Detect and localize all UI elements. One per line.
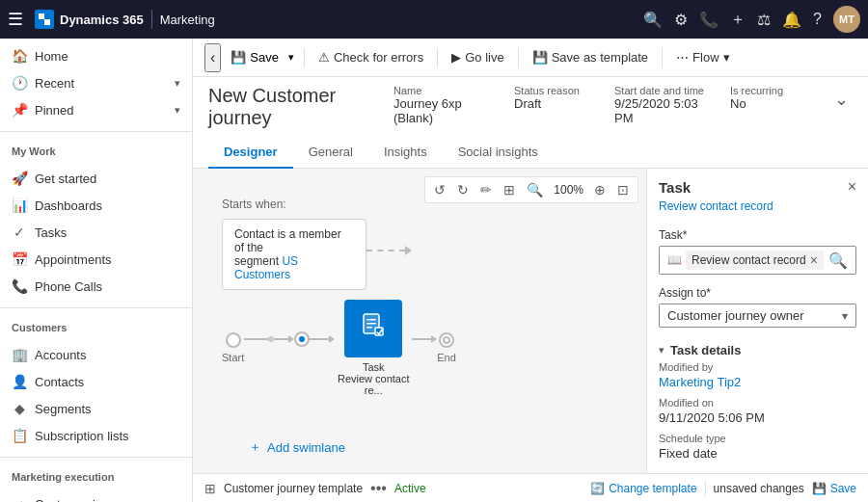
top-navbar: ☰ Dynamics 365 Marketing 🔍 ⚙ 📞 ＋ ⚖ 🔔 ? M… (0, 0, 868, 39)
sidebar-label-journeys: Customer journeys (35, 497, 180, 503)
app-name: Marketing (160, 13, 215, 27)
sidebar-item-getstarted[interactable]: 🚀 Get started (0, 165, 192, 192)
sidebar-item-subscription[interactable]: 📋 Subscription lists (0, 422, 192, 449)
modified-on-value: 9/11/2020 5:06 PM (659, 410, 856, 425)
tab-social-insights[interactable]: Social insights (443, 137, 554, 169)
back-button[interactable]: ‹ (204, 43, 221, 72)
check-errors-button[interactable]: ⚠ Check for errors (311, 46, 431, 68)
assign-select[interactable]: Customer journey owner ▾ (659, 304, 856, 328)
hamburger-icon[interactable]: ☰ (8, 9, 23, 30)
sidebar-item-accounts[interactable]: 🏢 Accounts (0, 341, 192, 368)
modified-on-label: Modified on (659, 397, 856, 409)
go-live-button[interactable]: ▶ Go live (444, 46, 511, 68)
sidebar-item-dashboards[interactable]: 📊 Dashboards (0, 192, 192, 219)
sidebar-item-home[interactable]: 🏠 Home (0, 42, 192, 69)
nav-divider (151, 10, 152, 29)
schedule-type-value: Fixed date (659, 446, 856, 461)
task-search-icon[interactable]: 🔍 (828, 251, 848, 270)
panel-review-link[interactable]: Review contact record (647, 199, 868, 221)
panel-body: Task* 📖 Review contact record × 🔍 (647, 221, 868, 335)
task-node-box[interactable] (344, 300, 402, 357)
avatar[interactable]: MT (833, 6, 860, 33)
phonecalls-icon: 📞 (12, 278, 27, 294)
accounts-icon: 🏢 (12, 347, 27, 362)
flow-button[interactable]: ⋯ Flow ▾ (668, 46, 737, 68)
filter-icon[interactable]: ⚖ (757, 11, 771, 29)
sidebar-item-journeys[interactable]: ➡ Customer journeys (0, 490, 192, 502)
sidebar-group-mywork: My Work (0, 136, 192, 161)
add-swimlane-icon: ＋ (249, 438, 261, 456)
canvas-wrapper: ↺ ↻ ✏ ⊞ 🔍 100% ⊕ ⊡ Starts when: Contact (193, 169, 868, 473)
pinned-icon: 📌 (12, 102, 27, 118)
end-label: End (437, 352, 456, 363)
sidebar-item-tasks[interactable]: ✓ Tasks (0, 219, 192, 246)
add-swimlane-label: Add swimlane (267, 440, 345, 455)
sidebar-item-pinned[interactable]: 📌 Pinned ▾ (0, 96, 192, 123)
check-errors-icon: ⚠ (318, 50, 330, 65)
sidebar-label-appointments: Appointments (35, 252, 180, 267)
sidebar-divider-2 (0, 307, 192, 308)
tab-general[interactable]: General (293, 137, 368, 169)
save-bottom-button[interactable]: 💾 Save (812, 482, 856, 495)
task-details-section-header[interactable]: ▾ Task details (647, 335, 868, 361)
journeys-icon: ➡ (12, 496, 27, 502)
meta-date-label: Start date and time (614, 85, 707, 96)
sidebar-item-appointments[interactable]: 📅 Appointments (0, 246, 192, 273)
notifications-icon[interactable]: 🔔 (782, 11, 801, 29)
change-template-button[interactable]: 🔄 Change template (590, 482, 696, 495)
cmd-separator-3 (518, 48, 519, 67)
command-bar: ‹ 💾 Save ▾ ⚠ Check for errors ▶ Go live … (193, 39, 868, 77)
form-title: New Customer journey (208, 85, 393, 129)
sidebar-item-segments[interactable]: ◆ Segments (0, 395, 192, 422)
sidebar-section-marketing: ➡ Customer journeys ✉ Marketing emails 📢… (0, 487, 192, 502)
meta-chevron-icon[interactable]: ⌄ (830, 85, 853, 114)
brand-name: Dynamics 365 (60, 13, 144, 27)
task-node-icon (360, 312, 387, 345)
segments-icon: ◆ (12, 401, 27, 416)
save-template-icon: 💾 (532, 50, 548, 65)
assign-chevron-icon: ▾ (842, 309, 848, 323)
meta-status: Status reason Draft (514, 85, 591, 111)
save-bottom-icon: 💾 (812, 482, 827, 495)
segment-text-2: segment (234, 254, 279, 268)
sidebar-item-contacts[interactable]: 👤 Contacts (0, 368, 192, 395)
tab-designer[interactable]: Designer (208, 137, 293, 169)
search-icon[interactable]: 🔍 (643, 11, 663, 29)
window-icon[interactable]: ⊞ (204, 481, 216, 496)
panel-close-button[interactable]: × (848, 178, 856, 196)
question-icon[interactable]: ? (813, 11, 822, 28)
modified-on-row: Modified on 9/11/2020 5:06 PM (647, 397, 868, 433)
flow-label: Flow (692, 50, 719, 65)
contact-icon[interactable]: 📞 (699, 11, 719, 29)
recent-arrow-icon: ▾ (175, 77, 180, 90)
tab-insights[interactable]: Insights (368, 137, 443, 169)
end-circle (439, 332, 454, 348)
add-swimlane-button[interactable]: ＋ Add swimlane (241, 435, 353, 460)
save-template-label: Save as template (552, 50, 648, 65)
d365-icon (35, 10, 54, 29)
save-template-button[interactable]: 💾 Save as template (525, 46, 656, 68)
template-dots-button[interactable]: ••• (370, 480, 387, 497)
appointments-icon: 📅 (12, 251, 27, 267)
main-layout: 🏠 Home 🕐 Recent ▾ 📌 Pinned ▾ My Work 🚀 G… (0, 39, 868, 502)
save-button[interactable]: 💾 Save (225, 46, 285, 68)
sidebar-group-customers: Customers (0, 312, 192, 337)
form-title-row: New Customer journey Name Journey 6xp (B… (208, 85, 853, 129)
save-dropdown-button[interactable]: ▾ (285, 47, 298, 67)
schedule-type-row: Schedule type Fixed date (647, 433, 868, 468)
task-node[interactable]: TaskReview contact re... (335, 300, 412, 396)
modified-by-value[interactable]: Marketing Tip2 (659, 375, 856, 389)
sidebar-item-phonecalls[interactable]: 📞 Phone Calls (0, 273, 192, 300)
meta-date: Start date and time 9/25/2020 5:03 PM (614, 85, 707, 125)
meta-name: Name Journey 6xp (Blank) (393, 85, 491, 125)
canvas-area: ↺ ↻ ✏ ⊞ 🔍 100% ⊕ ⊡ Starts when: Contact (193, 169, 646, 473)
sidebar-item-recent[interactable]: 🕐 Recent ▾ (0, 69, 192, 96)
task-input[interactable]: 📖 Review contact record × 🔍 (659, 246, 856, 275)
assign-value: Customer journey owner (667, 308, 804, 323)
task-tag-book-icon: 📖 (667, 253, 682, 267)
settings-icon[interactable]: ⚙ (674, 11, 688, 29)
add-icon[interactable]: ＋ (730, 10, 746, 30)
sidebar: 🏠 Home 🕐 Recent ▾ 📌 Pinned ▾ My Work 🚀 G… (0, 39, 193, 502)
sidebar-section-mywork: 🚀 Get started 📊 Dashboards ✓ Tasks 📅 App… (0, 161, 192, 304)
task-tag-close[interactable]: × (810, 252, 818, 268)
